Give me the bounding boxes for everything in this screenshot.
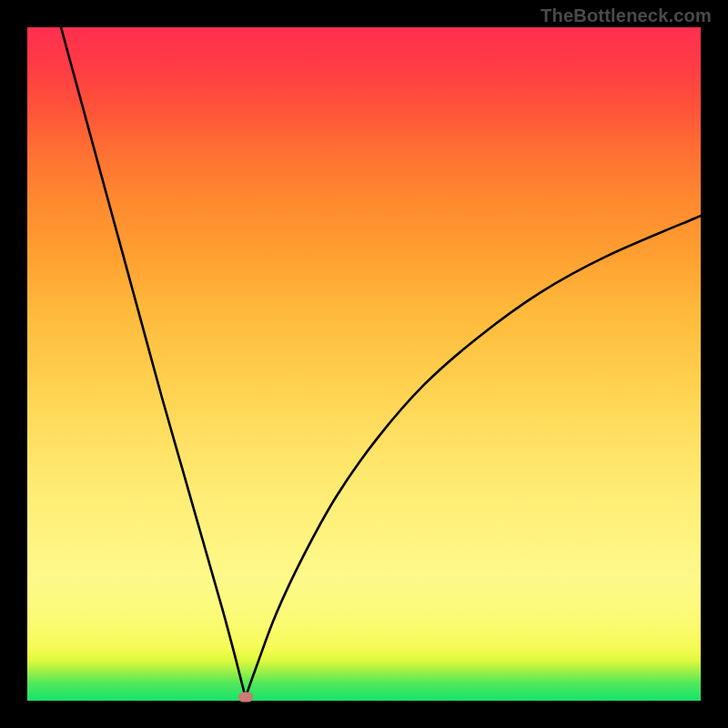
- curve-svg: [27, 27, 701, 701]
- chart-frame: TheBottleneck.com: [0, 0, 728, 728]
- cusp-marker: [238, 693, 253, 703]
- plot-area: [27, 27, 701, 701]
- credit-watermark: TheBottleneck.com: [541, 5, 712, 26]
- bottleneck-curve: [61, 27, 701, 697]
